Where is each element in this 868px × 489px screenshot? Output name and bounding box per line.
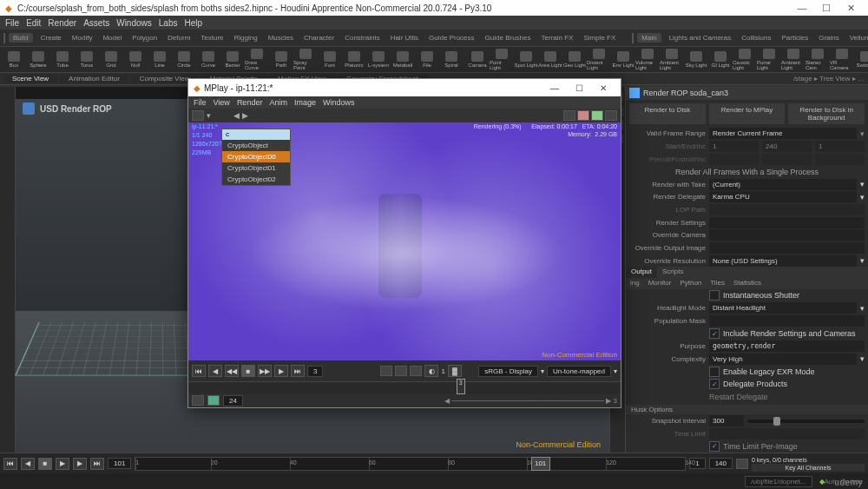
close-button[interactable]: ✕ (838, 3, 863, 14)
mplay-close-button[interactable]: ✕ (591, 83, 615, 93)
color-space[interactable]: sRGB - Display (478, 366, 538, 377)
menu-item-help[interactable]: Help (184, 18, 202, 28)
tool-circle[interactable]: Circle (172, 49, 196, 71)
mplay-menubar[interactable]: FileViewRenderAnimImageWindows (188, 96, 621, 109)
tab-lights-and-cameras[interactable]: Lights and Cameras (665, 33, 736, 43)
tool-path[interactable]: Path (269, 49, 293, 71)
tool-env-light[interactable]: Env Light (611, 49, 635, 71)
tab-model[interactable]: Model (98, 33, 126, 43)
menu-item-assets[interactable]: Assets (83, 18, 109, 28)
left-toolstrip[interactable] (0, 87, 16, 453)
tl-first-button[interactable]: ⏮ (3, 458, 17, 470)
tool-torus[interactable]: Torus (75, 49, 99, 71)
tab-deform[interactable]: Deform (163, 33, 194, 43)
pop-mask[interactable] (709, 315, 865, 327)
menu-item-image[interactable]: Image (294, 98, 316, 107)
tab-guide-brushes[interactable]: Guide Brushes (481, 33, 536, 43)
tool-stereo-cam[interactable]: Stereo Cam (806, 49, 830, 71)
tool-box[interactable]: Box (2, 49, 26, 71)
current-frame[interactable]: 101 (108, 458, 131, 469)
fps-field[interactable]: 24 (223, 395, 243, 406)
timeline[interactable]: ⏮ ◀ ■ ▶ ▶ ⏭ 101 120406080100120140101 1 … (0, 453, 868, 473)
output-tabs[interactable]: OutputScripts (626, 267, 868, 278)
tab-statistics[interactable]: Statistics (729, 278, 766, 289)
include-check[interactable]: ✓ (709, 328, 720, 339)
tab-python[interactable]: Python (675, 278, 706, 289)
aov-select[interactable] (192, 110, 204, 121)
tool-line[interactable]: Line (148, 49, 172, 71)
inst-shutter-check[interactable] (709, 290, 720, 301)
render-btn-render-to-disk[interactable]: Render to Disk (629, 103, 706, 124)
dropdown-filter[interactable]: c (222, 129, 290, 140)
tool-switcher[interactable]: Switcher (854, 49, 868, 71)
snapshot-slider[interactable] (747, 420, 865, 423)
tool-l-system[interactable]: L-system (366, 49, 391, 71)
tool-tube[interactable]: Tube (50, 49, 75, 71)
mplay-frame[interactable]: 3 (307, 366, 323, 377)
mplay-playbar[interactable]: ⏮ ◀ ◀◀ ■ ▶▶ ▶ ⏭ 3 ◐1 ▓ sRGB - Display▾ U… (188, 360, 621, 381)
delegate-prod-check[interactable]: ✓ (709, 379, 720, 389)
tool-distant-light[interactable]: Distant Light (587, 49, 611, 71)
tool-geo-light[interactable]: Geo Light (562, 49, 587, 71)
tab-character[interactable]: Character (299, 33, 339, 43)
vp-tab-animation-editor[interactable]: Animation Editor (60, 74, 128, 83)
sub-tabs[interactable]: ingMonitorPythonTilesStatistics (626, 278, 868, 289)
tool-metaball[interactable]: Metaball (391, 49, 415, 71)
main-tab[interactable]: Main (637, 33, 661, 43)
frame-range-select[interactable]: Render Current Frame (709, 128, 857, 139)
mplay-record-icon[interactable] (577, 110, 589, 121)
mplay-play-icon[interactable] (591, 110, 603, 121)
main-toggle-icon[interactable] (632, 33, 634, 43)
mplay-min-button[interactable]: — (542, 83, 567, 93)
tool-curve[interactable]: Curve (196, 49, 220, 71)
delegate-select[interactable]: Karma CPU (709, 191, 857, 202)
tab-modify[interactable]: Modify (68, 33, 97, 43)
maximize-button[interactable]: ☐ (814, 3, 838, 14)
tab-scripts[interactable]: Scripts (657, 267, 688, 278)
mplay-opts-icon[interactable] (605, 110, 617, 121)
tab-simple-fx[interactable]: Simple FX (579, 33, 620, 43)
tool-sphere[interactable]: Sphere (26, 49, 50, 71)
first-frame-button[interactable]: ⏮ (192, 365, 206, 377)
mplay-window[interactable]: ◆ MPlay - ip-11:21:* — ☐ ✕ FileViewRende… (187, 78, 621, 408)
menu-item-windows[interactable]: Windows (323, 98, 355, 107)
build-tab[interactable]: Build (9, 33, 33, 43)
tool-camera[interactable]: Camera (465, 49, 490, 71)
tool-spiral[interactable]: Spiral (439, 49, 464, 71)
tone-map[interactable]: Un-tone-mapped (547, 366, 611, 377)
aov-dropdown[interactable]: c CryptoObjectCryptoObject00CryptoObject… (221, 129, 291, 186)
tl-play-button[interactable]: ▶ (56, 458, 69, 470)
status-path[interactable]: /obj/file1/dopnet... (745, 476, 812, 487)
tool-draw-curve[interactable]: Draw Curve (245, 49, 269, 71)
mplay-viewport[interactable]: ip-11:21:*1/1 2401280x720?229MB Renderin… (188, 122, 621, 360)
tool-point-light[interactable]: Point Light (490, 49, 514, 71)
tab-polygon[interactable]: Polygon (128, 33, 161, 43)
shelf-tabs[interactable]: Build CreateModifyModelPolygonDeformText… (0, 30, 868, 47)
snapshot-interval[interactable]: 300 (709, 415, 744, 426)
tl-next-button[interactable]: ▶ (73, 458, 87, 470)
parameter-pane[interactable]: Render ROP soda_can3 Render to DiskRende… (625, 87, 868, 453)
main-menubar[interactable]: FileEditRenderAssetsWindowsLabsHelp (0, 16, 868, 30)
menu-item-labs[interactable]: Labs (159, 18, 178, 28)
tool-spot-light[interactable]: Spot Light (514, 49, 538, 71)
tool-ambient-light[interactable]: Ambient Light (660, 49, 684, 71)
purpose-field[interactable]: geometry,render (709, 340, 865, 352)
tl-prev-button[interactable]: ◀ (21, 458, 35, 470)
mplay-toolbar[interactable]: ▾ ◀ ▶ (188, 109, 621, 122)
render-buttons[interactable]: Render to DiskRender to MPlayRender to D… (626, 100, 868, 128)
tab-monitor[interactable]: Monitor (644, 278, 676, 289)
tool-caustic-light[interactable]: Caustic Light (733, 49, 757, 71)
override-camera[interactable] (709, 229, 865, 241)
menu-item-edit[interactable]: Edit (26, 18, 41, 28)
render-btn-render-to-disk-in-background[interactable]: Render to Disk in Background (788, 103, 865, 124)
realtime-icon[interactable] (207, 395, 220, 406)
override-output[interactable] (709, 242, 865, 254)
tab-ing[interactable]: ing (626, 278, 644, 289)
complexity-select[interactable]: Very High (709, 354, 857, 365)
tool-area-light[interactable]: Area Light (538, 49, 562, 71)
aov-option-cryptoobject[interactable]: CryptoObject (222, 140, 290, 151)
menu-item-render[interactable]: Render (237, 98, 263, 107)
tab-guide-process[interactable]: Guide Process (424, 33, 478, 43)
menu-item-view[interactable]: View (214, 98, 230, 107)
headlight-select[interactable]: Distant Headlight (709, 302, 857, 314)
